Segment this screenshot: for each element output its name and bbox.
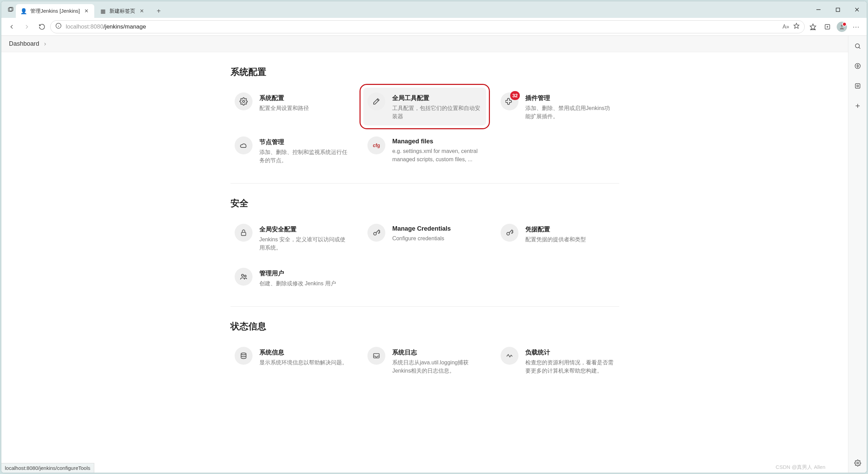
card-managed-files[interactable]: cfg Managed files e.g. settings.xml for … (363, 132, 486, 169)
forward-button[interactable] (20, 20, 34, 34)
svg-marker-27 (857, 65, 858, 67)
svg-point-22 (241, 353, 246, 355)
card-desc: Jenkins 安全，定义谁可以访问或使用系统。 (259, 235, 349, 252)
card-title: 系统日志 (392, 348, 482, 356)
svg-rect-23 (374, 354, 379, 358)
card-system-config[interactable]: 系统配置 配置全局设置和路径 (231, 88, 353, 125)
svg-point-20 (242, 274, 244, 276)
svg-point-24 (855, 44, 859, 48)
favorite-icon[interactable] (793, 23, 800, 31)
card-desc: e.g. settings.xml for maven, central man… (392, 147, 482, 164)
discover-icon[interactable] (851, 60, 864, 72)
card-desc: 系统日志从java.util.logging捕获Jenkins相关的日志信息。 (392, 359, 482, 375)
card-title: 系统信息 (259, 348, 347, 356)
close-icon[interactable]: ✕ (139, 8, 145, 14)
cfg-icon: cfg (367, 136, 385, 154)
favorites-button[interactable] (806, 20, 820, 34)
card-title: 节点管理 (259, 138, 349, 146)
card-node-manager[interactable]: 节点管理 添加、删除、控制和监视系统运行任务的节点。 (231, 132, 353, 169)
svg-rect-28 (855, 84, 860, 88)
card-title: 管理用户 (259, 269, 336, 277)
svg-point-16 (243, 100, 245, 102)
refresh-button[interactable] (35, 20, 49, 34)
section-divider (231, 306, 619, 307)
card-system-info[interactable]: 系统信息 显示系统环境信息以帮助解决问题。 (231, 342, 353, 380)
card-system-log[interactable]: 系统日志 系统日志从java.util.logging捕获Jenkins相关的日… (363, 342, 486, 380)
svg-marker-10 (810, 24, 816, 30)
edge-sidebar (848, 36, 867, 473)
browser-tab-1[interactable]: ▦ 新建标签页 ✕ (95, 4, 150, 18)
card-title: Manage Credentials (392, 225, 451, 232)
sidebar-settings-icon[interactable] (851, 457, 864, 469)
profile-button[interactable] (835, 20, 849, 34)
card-title: 系统配置 (259, 94, 309, 102)
card-desc: 显示系统环境信息以帮助解决问题。 (259, 359, 347, 367)
card-manage-users[interactable]: 管理用户 创建、删除或修改 Jenkins 用户 (231, 263, 353, 293)
section-title-security: 安全 (231, 197, 619, 209)
breadcrumb: Dashboard › (1, 36, 848, 52)
page-scroll-area[interactable]: 系统配置 系统配置 配置全局设置和路径 全局工具配置 (1, 52, 848, 473)
svg-rect-1 (9, 7, 13, 11)
card-global-tool-config[interactable]: 全局工具配置 工具配置，包括它们的位置和自动安装器 (363, 88, 486, 125)
svg-point-32 (857, 462, 858, 464)
svg-point-18 (374, 232, 376, 235)
card-desc: 检查您的资源利用情况，看看是否需要更多的计算机来帮助您构建。 (525, 359, 615, 375)
keys-icon (367, 224, 385, 242)
gear-icon (235, 92, 253, 110)
svg-point-26 (855, 64, 860, 69)
window-close-button[interactable] (847, 1, 867, 18)
inbox-icon (367, 347, 385, 365)
search-icon[interactable] (851, 40, 864, 52)
card-credential-config[interactable]: 凭据配置 配置凭据的提供者和类型 (496, 219, 619, 257)
tab-title: 新建标签页 (109, 8, 135, 14)
card-manage-credentials[interactable]: Manage Credentials Configure credentials (363, 219, 486, 257)
section-divider (231, 183, 619, 184)
svg-point-29 (857, 85, 858, 87)
svg-point-19 (507, 232, 510, 235)
add-sidebar-button[interactable] (851, 100, 864, 112)
url-input[interactable]: localhost:8080/jenkins/manage A» (50, 20, 805, 33)
settings-more-button[interactable]: ⋯ (849, 23, 863, 31)
svg-rect-3 (836, 8, 839, 11)
section-title-status: 状态信息 (231, 320, 619, 332)
tab-title: 管理Jenkins [Jenkins] (30, 8, 80, 14)
svg-rect-17 (241, 232, 246, 235)
close-icon[interactable]: ✕ (83, 8, 89, 14)
statusbar-link-preview: localhost:8080/jenkins/configureTools (1, 463, 94, 473)
card-global-security[interactable]: 全局安全配置 Jenkins 安全，定义谁可以访问或使用系统。 (231, 219, 353, 257)
cloud-icon (235, 136, 253, 154)
back-button[interactable] (5, 20, 19, 34)
card-desc: 添加、删除、控制和监视系统运行任务的节点。 (259, 148, 349, 165)
collections-button[interactable] (821, 20, 834, 34)
card-desc: 添加、删除、禁用或启用Jenkins功能扩展插件。 (525, 104, 615, 121)
card-desc: 配置凭据的提供者和类型 (525, 235, 586, 244)
card-desc: 工具配置，包括它们的位置和自动安装器 (392, 104, 482, 121)
chevron-right-icon: › (44, 40, 46, 47)
users-icon (235, 268, 253, 286)
puzzle-icon: 32 (501, 92, 518, 110)
activity-icon (501, 347, 518, 365)
svg-line-4 (855, 8, 859, 11)
svg-line-5 (855, 8, 859, 11)
svg-rect-12 (825, 24, 829, 29)
card-plugin-manager[interactable]: 32 插件管理 添加、删除、禁用或启用Jenkins功能扩展插件。 (496, 88, 619, 125)
page-favicon: ▦ (100, 8, 106, 14)
browser-tab-0[interactable]: 👤 管理Jenkins [Jenkins] ✕ (16, 4, 94, 18)
svg-point-21 (244, 275, 246, 277)
card-title: 全局工具配置 (392, 94, 482, 102)
card-title: Managed files (392, 138, 482, 145)
new-tab-button[interactable]: + (152, 5, 165, 17)
tools-icon[interactable] (851, 80, 864, 92)
reading-mode-label[interactable]: A» (782, 24, 789, 30)
window-minimize-button[interactable] (809, 1, 828, 18)
site-info-icon[interactable] (55, 23, 62, 31)
card-load-stats[interactable]: 负载统计 检查您的资源利用情况，看看是否需要更多的计算机来帮助您构建。 (496, 342, 619, 380)
svg-point-6 (56, 23, 61, 29)
section-title-system: 系统配置 (231, 66, 619, 78)
breadcrumb-item[interactable]: Dashboard (9, 40, 39, 47)
card-title: 负载统计 (525, 348, 615, 356)
database-icon (235, 347, 253, 365)
browser-titlebar: 👤 管理Jenkins [Jenkins] ✕ ▦ 新建标签页 ✕ + (1, 1, 867, 18)
window-maximize-button[interactable] (828, 1, 847, 18)
tab-actions-icon[interactable] (6, 4, 16, 15)
